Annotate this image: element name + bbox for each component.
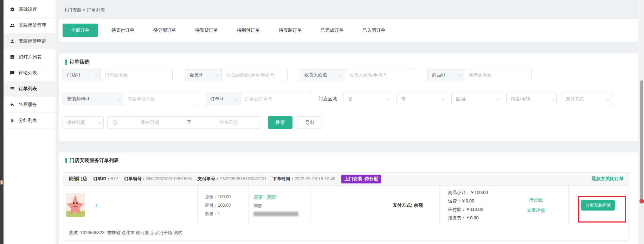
order-time-field: 下单时间：2022-05-26 15:10:48: [272, 176, 335, 182]
sidebar-item-label: 基础设置: [19, 6, 37, 13]
breadcrumb: 上门安装 > 订单列表: [63, 7, 105, 13]
chevron-down-icon: [339, 73, 343, 76]
payment-method-select[interactable]: 支付方式: [561, 93, 612, 105]
payment-method-cell: 支付方式: 余额: [376, 186, 440, 225]
order-header: 阿部门店 订单ID：677 订单编号：SN22052615108516E6 支付…: [64, 173, 629, 186]
sidebar-item-label: 幻灯片列表: [19, 54, 41, 60]
province-select[interactable]: 省: [343, 93, 392, 105]
filter-group-store: 门店id: [63, 69, 173, 81]
list-icon: [9, 86, 15, 92]
tab-pending-payment[interactable]: 待支付订单: [102, 27, 144, 33]
product-id-select[interactable]: 商品id: [427, 69, 464, 81]
scrollbar-red-dot: [639, 199, 644, 204]
service-fee-line: 服务费：￥0.00: [448, 215, 503, 221]
sidebar-item-order-list[interactable]: 订单列表: [4, 81, 56, 97]
tab-closed[interactable]: 已关闭订单: [353, 27, 395, 33]
slideshow-icon: [9, 55, 15, 60]
user-icon: [9, 39, 15, 44]
tab-completed[interactable]: 已完成订单: [311, 27, 353, 33]
assign-installer-button[interactable]: 分配安装师傅: [581, 200, 615, 211]
order-list-section-title: 门店安装服务订单列表: [65, 157, 119, 164]
chevron-down-icon: [95, 73, 98, 76]
installer-id-select[interactable]: 安装师傅id: [63, 93, 123, 105]
product-search-input[interactable]: [464, 69, 532, 81]
store-search-input[interactable]: [101, 69, 173, 81]
chevron-down-icon: [606, 97, 610, 100]
status-cell: 待分配 查看详情: [503, 186, 569, 225]
filter-title-text: 订单筛选: [70, 59, 89, 65]
refund-close-order-link[interactable]: 退款并关闭订单: [592, 176, 624, 182]
chevron-down-icon: [441, 97, 445, 100]
end-date-placeholder[interactable]: 结束日期: [196, 119, 261, 126]
original-price: 原价：100.00: [205, 194, 249, 200]
sidebar-item-installer-application[interactable]: 安装师傅申请: [4, 33, 56, 49]
order-list-title-text: 门店安装服务订单列表: [70, 157, 119, 164]
redacted-phone: [253, 212, 298, 216]
order-search-input[interactable]: [240, 93, 312, 105]
product-image[interactable]: [66, 193, 85, 217]
sidebar-item-comment-list[interactable]: 评论列表: [4, 65, 56, 81]
quantity-line: 数量：1: [205, 211, 249, 217]
comment-icon: [9, 70, 15, 76]
product-cell: 1: [64, 186, 198, 225]
amount-due-line: 应付款：￥110.00: [448, 207, 503, 213]
date-range-separator: 至: [182, 119, 196, 126]
store-name: 阿部门店: [69, 176, 87, 182]
tab-pending-pickup[interactable]: 待取货订单: [186, 27, 227, 33]
street-select[interactable]: 街道/乡镇: [506, 93, 557, 105]
installer-search-input[interactable]: [123, 93, 197, 105]
buyer-name: 阿部: [253, 203, 312, 209]
chevron-down-icon: [496, 97, 500, 100]
district-select[interactable]: 区/县: [451, 93, 502, 105]
sidebar-item-after-sales[interactable]: 售后服务: [4, 97, 56, 113]
action-cell: 分配安装师傅: [569, 186, 629, 225]
left-edge-strip: [0, 0, 4, 244]
filter-group-member: 会员id: [185, 69, 288, 81]
sidebar-item-label: 安装师傅申请: [19, 38, 46, 44]
title-accent-bar: [65, 158, 67, 163]
sidebar-item-label: 售后服务: [19, 101, 37, 108]
scrollbar-thumb[interactable]: [640, 80, 643, 201]
payable-price: 应付：100.00: [205, 202, 249, 208]
chevron-down-icon: [117, 97, 121, 100]
chevron-down-icon: [216, 73, 219, 76]
view-details-link[interactable]: 查看详情: [527, 207, 545, 214]
tab-pending-assignment[interactable]: 待分配订单: [144, 27, 186, 33]
filter-group-installer: 安装师傅id: [63, 93, 197, 105]
tab-pay-on-delivery[interactable]: 待到付订单: [227, 27, 269, 33]
status-badge: 上门安装 :待分配: [341, 175, 381, 183]
price-cell: 原价：100.00 应付：100.00 数量：1: [198, 186, 249, 225]
chevron-down-icon: [386, 97, 390, 100]
city-select[interactable]: 市: [397, 93, 447, 105]
buyer-label: 买家：阿部: [253, 194, 312, 201]
sidebar-item-basic-settings[interactable]: 基础设置: [4, 2, 56, 18]
sidebar: 基础设置 安装师傅管理 安装师傅申请 幻灯片列表 评论列表 订单列表 售后服务 …: [4, 0, 56, 244]
export-button[interactable]: 导出: [297, 116, 322, 129]
member-search-input[interactable]: [222, 69, 288, 81]
operation-time-select[interactable]: 操作时间: [63, 116, 104, 129]
consignee-search-input[interactable]: [345, 69, 416, 81]
vertical-scrollbar[interactable]: [639, 0, 644, 244]
quantity-link[interactable]: 1: [95, 203, 97, 208]
date-range-picker[interactable]: 开始日期 至 结束日期: [107, 116, 261, 129]
filter-group-product: 商品id: [427, 69, 532, 81]
search-button[interactable]: 搜索: [268, 116, 292, 129]
clock-icon: [112, 120, 117, 125]
subtotal-line: 商品小计：￥100.00: [448, 190, 503, 196]
sidebar-item-slideshow-list[interactable]: 幻灯片列表: [4, 49, 56, 65]
order-id-select[interactable]: 订单id: [206, 93, 240, 105]
sidebar-item-label: 分红列表: [19, 117, 37, 124]
tab-all-orders[interactable]: 全部订单: [63, 24, 98, 37]
store-id-select[interactable]: 门店id: [63, 69, 101, 81]
filter-group-order: 订单id: [206, 93, 312, 105]
consignee-name-select[interactable]: 收货人姓名: [300, 69, 345, 81]
sidebar-item-label: 评论列表: [19, 70, 37, 76]
tab-pending-installation[interactable]: 待安装订单: [269, 27, 311, 33]
sidebar-item-installer-management[interactable]: 安装师傅管理: [4, 18, 56, 33]
sidebar-item-dividend-list[interactable]: $ 分红列表: [4, 113, 56, 129]
start-date-placeholder[interactable]: 开始日期: [117, 119, 182, 126]
member-id-select[interactable]: 会员id: [185, 69, 222, 81]
reply-icon: [9, 102, 15, 107]
sidebar-item-label: 安装师傅管理: [19, 22, 46, 29]
left-edge-marker: [0, 180, 3, 184]
